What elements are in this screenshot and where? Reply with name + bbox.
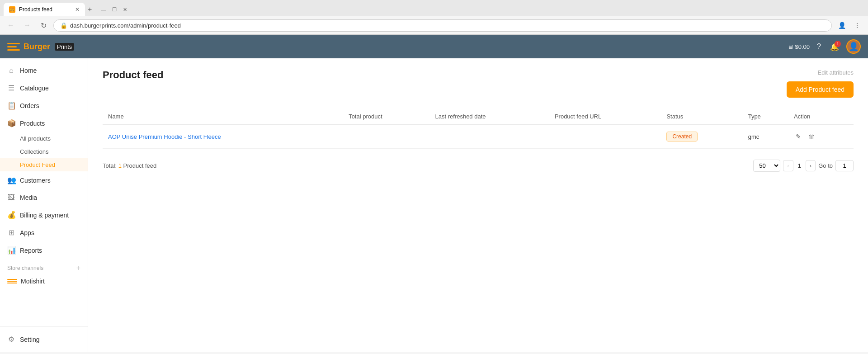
forward-button[interactable]: → — [21, 19, 33, 32]
sidebar-item-settings[interactable]: ⚙ Setting — [0, 330, 88, 348]
sidebar-bottom: ⚙ Setting — [0, 326, 88, 352]
app-header: Burger Prints 🖥 $0.00 ? 🔔 1 👤 — [0, 35, 868, 58]
tab-title: Products feed — [19, 6, 52, 13]
action-buttons: ✎ 🗑 — [794, 131, 848, 142]
store-channel-motishirt[interactable]: Motishirt — [0, 274, 88, 289]
product-feed-table: Name Total product Last refreshed date P… — [103, 109, 854, 149]
tab-close-button[interactable]: ✕ — [75, 7, 80, 12]
cart-display: 🖥 $0.00 — [788, 43, 810, 50]
store-channels-add-button[interactable]: + — [76, 264, 80, 272]
page-size-select[interactable]: 50 10 20 100 — [753, 160, 780, 172]
avatar-button[interactable]: 👤 — [846, 39, 861, 54]
new-tab-button[interactable]: + — [85, 3, 94, 16]
help-button[interactable]: ? — [815, 41, 823, 52]
total-text: Total: 1 Product feed — [103, 162, 156, 169]
sidebar-item-reports[interactable]: 📊 Reports — [0, 241, 88, 259]
media-icon: 🖼 — [7, 194, 15, 202]
page-title: Product feed — [103, 69, 163, 81]
address-bar[interactable]: 🔒 dash.burgerprints.com/admin/product-fe… — [53, 19, 832, 32]
sidebar-item-customers[interactable]: 👥 Customers — [0, 171, 88, 189]
catalogue-icon: ☰ — [7, 84, 15, 92]
sidebar-item-catalogue[interactable]: ☰ Catalogue — [0, 79, 88, 97]
products-icon: 📦 — [7, 119, 15, 127]
total-count: 1 — [118, 162, 122, 169]
table-footer: Total: 1 Product feed 50 10 20 100 ‹ 1 ›… — [103, 156, 854, 175]
product-feed-link[interactable]: AOP Unise Premium Hoodie - Short Fleece — [108, 133, 221, 140]
burger-line-bot — [7, 49, 20, 51]
sidebar-subitem-all-products[interactable]: All products — [0, 132, 88, 145]
total-label: Total: — [103, 162, 117, 169]
edit-attributes-button[interactable]: Edit attributes — [818, 69, 854, 76]
cell-feed-url — [549, 125, 661, 149]
sidebar-item-apps-label: Apps — [20, 229, 34, 236]
browser-tab-active: 🍔 Products feed ✕ — [4, 3, 85, 16]
app-body: ⌂ Home ☰ Catalogue 📋 Orders 📦 Products A… — [0, 58, 868, 352]
window-maximize-button[interactable]: ❐ — [109, 6, 119, 14]
settings-icon: ⚙ — [7, 335, 15, 344]
delete-row-button[interactable]: 🗑 — [807, 131, 816, 142]
sidebar-subitem-collections[interactable]: Collections — [0, 145, 88, 158]
goto-input[interactable] — [835, 160, 854, 171]
sidebar-item-orders[interactable]: 📋 Orders — [0, 97, 88, 114]
current-page: 1 — [796, 162, 803, 169]
cell-name: AOP Unise Premium Hoodie - Short Fleece — [103, 125, 343, 149]
table-row: AOP Unise Premium Hoodie - Short Fleece … — [103, 125, 854, 149]
burger-logo-icon — [7, 40, 20, 53]
cart-icon: 🖥 — [788, 43, 793, 50]
sidebar-item-media-label: Media — [20, 194, 37, 201]
back-button[interactable]: ← — [5, 19, 17, 32]
sidebar-item-products[interactable]: 📦 Products — [0, 114, 88, 132]
sidebar-item-media[interactable]: 🖼 Media — [0, 189, 88, 206]
logo-sub: Prints — [55, 43, 74, 51]
sidebar-item-billing-label: Billing & payment — [20, 212, 69, 219]
add-product-feed-button[interactable]: Add Product feed — [787, 81, 854, 98]
sidebar-item-customers-label: Customers — [20, 177, 51, 184]
page-header: Product feed Edit attributes Add Product… — [103, 69, 854, 98]
cell-last-refreshed — [429, 125, 549, 149]
cell-type: gmc — [743, 125, 788, 149]
app-logo: Burger Prints — [7, 40, 74, 53]
window-close-button[interactable]: ✕ — [120, 6, 130, 14]
apps-icon: ⊞ — [7, 228, 15, 237]
table-body: AOP Unise Premium Hoodie - Short Fleece … — [103, 125, 854, 149]
sidebar-item-apps[interactable]: ⊞ Apps — [0, 224, 88, 241]
sidebar-item-billing[interactable]: 💰 Billing & payment — [0, 206, 88, 224]
sidebar-nav: ⌂ Home ☰ Catalogue 📋 Orders 📦 Products A… — [0, 58, 88, 326]
cell-total-product — [343, 125, 429, 149]
notification-button[interactable]: 🔔 1 — [828, 41, 841, 53]
customers-icon: 👥 — [7, 176, 15, 184]
col-name: Name — [103, 109, 343, 125]
prev-page-button[interactable]: ‹ — [783, 160, 793, 171]
total-suffix: Product feed — [123, 162, 157, 169]
avatar-icon: 👤 — [849, 42, 859, 52]
sidebar-item-reports-label: Reports — [20, 247, 42, 254]
sidebar: ⌂ Home ☰ Catalogue 📋 Orders 📦 Products A… — [0, 58, 88, 352]
store-channel-icon — [7, 277, 17, 285]
notification-badge: 1 — [835, 41, 841, 47]
col-action: Action — [788, 109, 854, 125]
col-status: Status — [661, 109, 742, 125]
sidebar-item-orders-label: Orders — [20, 102, 39, 109]
col-total-product: Total product — [343, 109, 429, 125]
col-type: Type — [743, 109, 788, 125]
sidebar-item-catalogue-label: Catalogue — [20, 85, 49, 92]
col-feed-url: Product feed URL — [549, 109, 661, 125]
sidebar-subitem-product-feed[interactable]: Product Feed — [0, 158, 88, 171]
browser-profile-button[interactable]: 👤 — [835, 19, 848, 32]
cell-action: ✎ 🗑 — [788, 125, 854, 149]
orders-icon: 📋 — [7, 101, 15, 110]
window-minimize-button[interactable]: — — [98, 6, 108, 14]
next-page-button[interactable]: › — [806, 160, 816, 171]
sidebar-item-home[interactable]: ⌂ Home — [0, 62, 88, 79]
table-header-row: Name Total product Last refreshed date P… — [103, 109, 854, 125]
sidebar-item-products-label: Products — [20, 120, 45, 127]
browser-tabs: 🍔 Products feed ✕ + — ❐ ✕ — [0, 0, 868, 16]
burger-line-mid — [7, 46, 17, 47]
burger-line-top — [7, 43, 20, 44]
billing-icon: 💰 — [7, 211, 15, 219]
browser-menu-button[interactable]: ⋮ — [851, 19, 863, 32]
window-controls: — ❐ ✕ — [98, 6, 130, 14]
page-header-right: Edit attributes Add Product feed — [787, 69, 854, 98]
reload-button[interactable]: ↻ — [37, 19, 50, 32]
edit-row-button[interactable]: ✎ — [794, 131, 803, 142]
